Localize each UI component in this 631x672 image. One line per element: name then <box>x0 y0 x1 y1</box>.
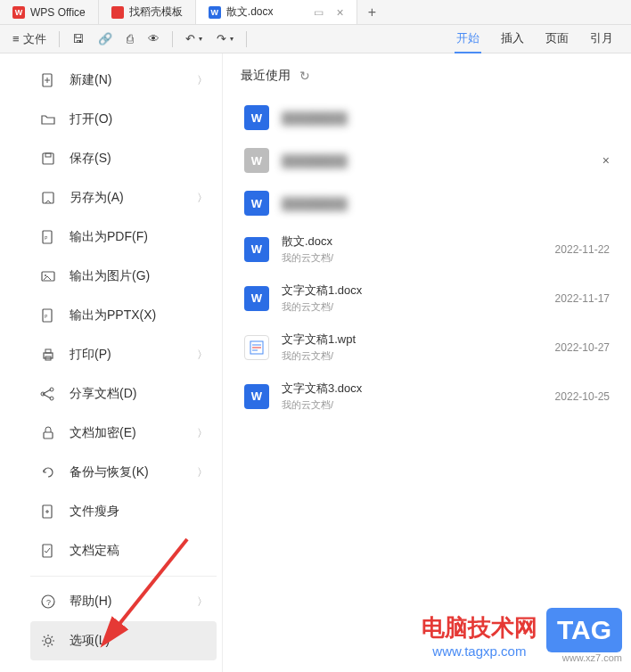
file-item[interactable]: W ████████ × <box>241 141 613 180</box>
hamburger-icon: ≡ <box>12 32 20 45</box>
lock-icon <box>39 424 57 442</box>
menu-toggle-button[interactable]: ≡ 文件 <box>7 28 52 51</box>
svg-rect-13 <box>45 349 51 353</box>
word-file-icon: W <box>244 384 269 409</box>
menu-slim[interactable]: 文件瘦身 <box>30 492 217 531</box>
refresh-icon[interactable]: ↻ <box>299 69 310 83</box>
preview-icon: 👁 <box>148 32 160 45</box>
chevron-right-icon: 〉 <box>197 594 208 610</box>
pptx-icon: P <box>39 307 57 324</box>
main: 新建(N) 〉 打开(O) 保存(S) 另存为(A) 〉 P 输出为PDF(F)… <box>0 53 631 672</box>
tab-restore-icon[interactable]: ▭ <box>314 6 324 19</box>
gray-file-icon: W <box>244 148 269 173</box>
file-path: 我的云文档/ <box>282 251 555 265</box>
menu-backup[interactable]: 备份与恢复(K) 〉 <box>30 453 217 492</box>
menu-finalize[interactable]: 文档定稿 <box>30 531 217 570</box>
menu-label: 选项(L) <box>70 633 110 649</box>
image-icon <box>39 267 57 285</box>
file-date: 2022-10-25 <box>555 390 610 403</box>
menu-save[interactable]: 保存(S) <box>30 139 217 178</box>
undo-button[interactable]: ↶▾ <box>180 29 208 49</box>
menu-export-pdf[interactable]: P 输出为PDF(F) <box>30 217 217 257</box>
print-button[interactable]: ⎙ <box>121 29 139 49</box>
redo-button[interactable]: ↷▾ <box>211 29 239 49</box>
save-icon <box>39 150 57 168</box>
pdf-icon: P <box>39 228 57 246</box>
file-info: 文字文稿1.docx 我的云文档/ <box>282 283 555 314</box>
app-name: WPS Office <box>30 6 86 19</box>
file-name: 文字文稿3.docx <box>282 381 555 397</box>
word-file-icon: W <box>244 105 269 130</box>
svg-text:?: ? <box>46 598 51 607</box>
menu-label: 文件瘦身 <box>70 504 119 520</box>
template-icon <box>111 6 124 19</box>
chevron-down-icon: ▾ <box>230 35 234 43</box>
titlebar: W WPS Office 找稻壳模板 W 散文.docx ▭ × + <box>0 0 631 25</box>
finalize-icon <box>39 542 57 560</box>
svg-rect-18 <box>44 432 53 438</box>
menu-save-as[interactable]: 另存为(A) 〉 <box>30 178 217 217</box>
tab-start[interactable]: 开始 <box>455 25 481 53</box>
menu-options[interactable]: 选项(L) <box>30 621 217 660</box>
new-tab-button[interactable]: + <box>357 4 387 20</box>
tab-insert[interactable]: 插入 <box>499 25 526 53</box>
chevron-right-icon: 〉 <box>197 348 208 363</box>
file-item[interactable]: 文字文稿1.wpt 我的云文档/ 2022-10-27 <box>241 324 613 370</box>
watermark: 电脑技术网 www.tagxp.com TAG www.xz7.com <box>422 608 622 663</box>
chevron-down-icon: ▾ <box>199 35 202 43</box>
share-icon <box>39 385 57 403</box>
link-icon: 🔗 <box>98 32 112 45</box>
recent-header: 最近使用 ↻ <box>241 68 613 84</box>
file-menu-sidebar: 新建(N) 〉 打开(O) 保存(S) 另存为(A) 〉 P 输出为PDF(F)… <box>25 53 223 672</box>
menu-label: 文档定稿 <box>70 543 119 559</box>
gear-icon <box>39 632 57 650</box>
menu-export-pptx[interactable]: P 输出为PPTX(X) <box>30 296 217 335</box>
preview-button[interactable]: 👁 <box>143 29 165 49</box>
menu-label: 打印(P) <box>70 347 111 363</box>
file-item[interactable]: W 文字文稿1.docx 我的云文档/ 2022-11-17 <box>241 275 613 321</box>
separator <box>246 31 247 47</box>
file-name: 文字文稿1.wpt <box>282 332 555 348</box>
file-item[interactable]: W ████████ <box>241 98 613 137</box>
tab-quote[interactable]: 引月 <box>588 25 615 53</box>
menu-export-img[interactable]: 输出为图片(G) <box>30 257 217 296</box>
close-icon[interactable]: × <box>336 5 343 20</box>
ribbon-tabs: 开始 插入 页面 引月 <box>455 25 624 53</box>
menu-label: 分享文档(D) <box>70 386 136 402</box>
compress-icon <box>39 503 57 520</box>
app-tab-template[interactable]: 找稻壳模板 <box>99 0 196 24</box>
file-name: 文字文稿1.docx <box>282 283 555 299</box>
link-button[interactable]: 🔗 <box>93 29 118 49</box>
file-item[interactable]: W 散文.docx 我的云文档/ 2022-11-22 <box>241 226 613 272</box>
save-button[interactable]: 🖫 <box>67 29 89 49</box>
menu-new[interactable]: 新建(N) 〉 <box>30 61 217 100</box>
svg-point-9 <box>45 275 46 276</box>
menu-print[interactable]: 打印(P) 〉 <box>30 335 217 374</box>
file-item[interactable]: W ████████ <box>241 184 613 223</box>
watermark-title: 电脑技术网 <box>422 612 537 643</box>
file-info: 文字文稿1.wpt 我的云文档/ <box>282 332 555 363</box>
file-path: 我的云文档/ <box>282 398 555 412</box>
app-tab-document[interactable]: W 散文.docx ▭ × <box>196 0 357 24</box>
file-info: ████████ <box>282 197 610 210</box>
file-date: 2022-10-27 <box>555 341 610 354</box>
svg-text:P: P <box>45 314 48 319</box>
undo-icon: ↶ <box>185 32 195 45</box>
close-icon[interactable]: × <box>602 153 610 168</box>
chevron-right-icon: 〉 <box>197 465 208 480</box>
word-doc-icon: W <box>209 6 221 19</box>
menu-label: 另存为(A) <box>70 190 124 206</box>
file-path: 我的云文档/ <box>282 300 555 314</box>
menu-label: 文档加密(E) <box>70 425 136 441</box>
file-list: W ████████ W ████████ × W ████████ W 散文.… <box>241 98 613 419</box>
divider <box>30 576 217 577</box>
menu-encrypt[interactable]: 文档加密(E) 〉 <box>30 414 217 453</box>
separator <box>59 31 60 47</box>
menu-help[interactable]: ? 帮助(H) 〉 <box>30 582 217 621</box>
menu-share[interactable]: 分享文档(D) <box>30 374 217 414</box>
file-item[interactable]: W 文字文稿3.docx 我的云文档/ 2022-10-25 <box>241 373 613 419</box>
file-name: 散文.docx <box>282 234 555 250</box>
app-tab-home[interactable]: W WPS Office <box>0 0 99 24</box>
tab-page[interactable]: 页面 <box>544 25 570 53</box>
menu-open[interactable]: 打开(O) <box>30 100 217 139</box>
